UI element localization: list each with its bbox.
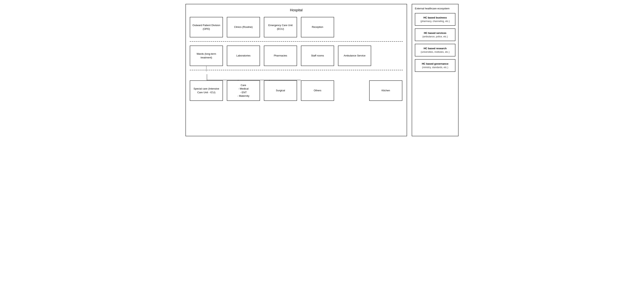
ext-box-research: HC based research (universities, institu… bbox=[415, 44, 456, 56]
ext-box-services: HC based services (ambulance, police, et… bbox=[415, 28, 456, 41]
external-container: External healthcare ecosystem HC based b… bbox=[412, 4, 458, 136]
divider-1 bbox=[190, 41, 403, 42]
box-care-medical: Care - Medical - ENT - Maternity bbox=[227, 80, 260, 101]
box-labs: Laboratories bbox=[227, 46, 260, 66]
ext-research-title: HC based research bbox=[417, 47, 453, 50]
connector-svg bbox=[190, 74, 338, 80]
ext-business-title: HC based business bbox=[417, 16, 453, 19]
box-reception: Reception bbox=[301, 17, 334, 37]
box-ecu: Emergency Care Unit (ECU) bbox=[264, 17, 297, 37]
row-1: Outward Patient Division (OPD) Clinics (… bbox=[190, 17, 403, 37]
ext-business-sub: (pharmacy, channeling, etc.) bbox=[417, 20, 453, 22]
ext-box-business: HC based business (pharmacy, channeling,… bbox=[415, 13, 456, 26]
ext-services-title: HC based services bbox=[417, 31, 453, 34]
box-clinics: Clinics (Routine) bbox=[227, 17, 260, 37]
box-others: Others bbox=[301, 80, 334, 101]
box-wards: Wards (long-term treatment) bbox=[190, 46, 223, 66]
ext-services-sub: (ambulance, police, etc.) bbox=[417, 35, 453, 38]
ext-box-governance: HC based governance (ministry, standards… bbox=[415, 59, 456, 72]
connector-section: Special care (Intensive Care Unit - ICU)… bbox=[190, 74, 403, 101]
page-wrapper: Hospital Outward Patient Division (OPD) … bbox=[186, 4, 458, 136]
box-special-care: Special care (Intensive Care Unit - ICU) bbox=[190, 80, 223, 101]
box-kitchen: Kitchen bbox=[369, 80, 402, 101]
divider-2 bbox=[190, 70, 403, 70]
sub-box-kitchen-wrapper: Kitchen bbox=[369, 80, 402, 101]
box-surgical: Surgical bbox=[264, 80, 297, 101]
row-2: Wards (long-term treatment) Laboratories… bbox=[190, 46, 403, 66]
box-pharmacies: Pharmacies bbox=[264, 46, 297, 66]
sub-box-surgical-wrapper: Surgical bbox=[264, 80, 297, 101]
box-ambulance: Ambulance Service bbox=[338, 46, 371, 66]
row-3: Special care (Intensive Care Unit - ICU)… bbox=[190, 80, 403, 101]
sub-box-care-wrapper: Care - Medical - ENT - Maternity bbox=[227, 80, 260, 101]
sub-box-special-wrapper: Special care (Intensive Care Unit - ICU) bbox=[190, 80, 223, 101]
ext-governance-title: HC based governance bbox=[417, 62, 453, 65]
hospital-title: Hospital bbox=[190, 8, 403, 12]
hospital-container: Hospital Outward Patient Division (OPD) … bbox=[186, 4, 407, 136]
box-staffrooms: Staff rooms bbox=[301, 46, 334, 66]
ext-governance-sub: (ministry, standards, etc.) bbox=[417, 66, 453, 69]
external-title: External healthcare ecosystem bbox=[415, 7, 456, 10]
sub-box-others-wrapper: Others bbox=[301, 80, 334, 101]
box-opd: Outward Patient Division (OPD) bbox=[190, 17, 223, 37]
ext-research-sub: (universities, institutes, etc.) bbox=[417, 51, 453, 53]
